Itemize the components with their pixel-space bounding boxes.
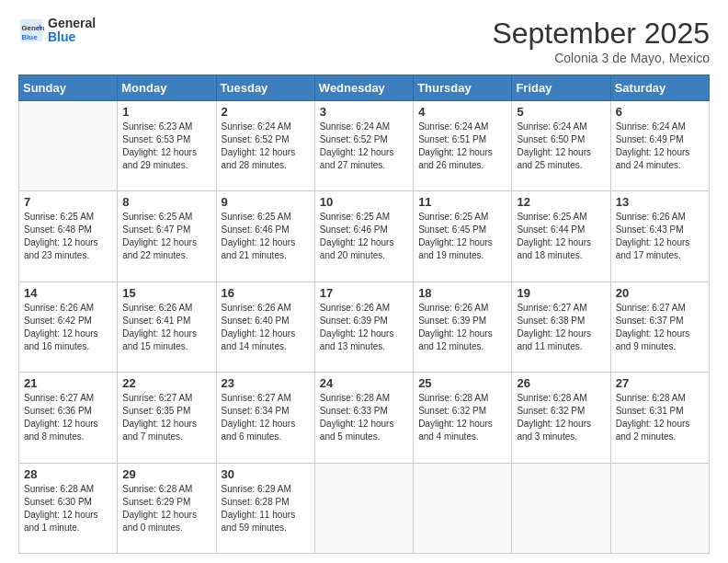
week-row-4: 21Sunrise: 6:27 AM Sunset: 6:36 PM Dayli…: [19, 373, 710, 463]
calendar-cell: 8Sunrise: 6:25 AM Sunset: 6:47 PM Daylig…: [118, 191, 216, 282]
day-number: 15: [122, 286, 210, 300]
day-number: 12: [517, 195, 605, 209]
day-info: Sunrise: 6:26 AM Sunset: 6:40 PM Dayligh…: [222, 302, 310, 353]
calendar-cell: 4Sunrise: 6:24 AM Sunset: 6:51 PM Daylig…: [414, 101, 512, 191]
calendar-cell: 9Sunrise: 6:25 AM Sunset: 6:46 PM Daylig…: [216, 191, 314, 282]
calendar-cell: [414, 463, 512, 553]
day-number: 28: [24, 467, 112, 481]
day-number: 13: [616, 195, 704, 209]
day-number: 20: [616, 286, 704, 300]
day-info: Sunrise: 6:25 AM Sunset: 6:45 PM Dayligh…: [418, 211, 506, 262]
week-row-3: 14Sunrise: 6:26 AM Sunset: 6:42 PM Dayli…: [19, 282, 710, 372]
page: General Blue General Blue September 2025…: [0, 0, 728, 563]
day-info: Sunrise: 6:26 AM Sunset: 6:42 PM Dayligh…: [24, 302, 112, 353]
day-info: Sunrise: 6:25 AM Sunset: 6:47 PM Dayligh…: [122, 211, 210, 262]
day-info: Sunrise: 6:28 AM Sunset: 6:30 PM Dayligh…: [24, 483, 112, 534]
day-number: 8: [122, 195, 210, 209]
calendar-cell: 29Sunrise: 6:28 AM Sunset: 6:29 PM Dayli…: [118, 463, 216, 553]
day-number: 30: [222, 467, 310, 481]
day-number: 17: [320, 286, 408, 300]
day-number: 6: [616, 105, 704, 119]
calendar-cell: 26Sunrise: 6:28 AM Sunset: 6:32 PM Dayli…: [512, 373, 610, 463]
day-number: 16: [222, 286, 310, 300]
location: Colonia 3 de Mayo, Mexico: [492, 51, 710, 65]
calendar-cell: 30Sunrise: 6:29 AM Sunset: 6:28 PM Dayli…: [216, 463, 314, 553]
day-info: Sunrise: 6:25 AM Sunset: 6:44 PM Dayligh…: [517, 211, 605, 262]
day-info: Sunrise: 6:26 AM Sunset: 6:41 PM Dayligh…: [122, 302, 210, 353]
day-info: Sunrise: 6:24 AM Sunset: 6:52 PM Dayligh…: [320, 121, 408, 172]
day-number: 9: [222, 195, 310, 209]
day-number: 29: [122, 467, 210, 481]
calendar-cell: 19Sunrise: 6:27 AM Sunset: 6:38 PM Dayli…: [512, 282, 610, 372]
day-info: Sunrise: 6:27 AM Sunset: 6:34 PM Dayligh…: [222, 392, 310, 443]
day-info: Sunrise: 6:24 AM Sunset: 6:51 PM Dayligh…: [418, 121, 506, 172]
day-info: Sunrise: 6:27 AM Sunset: 6:37 PM Dayligh…: [616, 302, 704, 353]
logo-general: General: [48, 17, 96, 30]
calendar-cell: 1Sunrise: 6:23 AM Sunset: 6:53 PM Daylig…: [118, 101, 216, 191]
calendar-cell: [19, 101, 118, 191]
calendar-cell: [512, 463, 610, 553]
calendar-cell: 15Sunrise: 6:26 AM Sunset: 6:41 PM Dayli…: [118, 282, 216, 372]
day-info: Sunrise: 6:26 AM Sunset: 6:43 PM Dayligh…: [616, 211, 704, 262]
calendar-cell: 17Sunrise: 6:26 AM Sunset: 6:39 PM Dayli…: [314, 282, 413, 372]
day-number: 11: [418, 195, 506, 209]
day-info: Sunrise: 6:27 AM Sunset: 6:38 PM Dayligh…: [517, 302, 605, 353]
day-number: 4: [418, 105, 506, 119]
day-info: Sunrise: 6:29 AM Sunset: 6:28 PM Dayligh…: [222, 483, 310, 534]
calendar-cell: 13Sunrise: 6:26 AM Sunset: 6:43 PM Dayli…: [610, 191, 709, 282]
logo-icon: General Blue: [18, 17, 44, 43]
header-sunday: Sunday: [19, 75, 118, 101]
day-number: 1: [122, 105, 210, 119]
day-number: 2: [222, 105, 310, 119]
calendar-cell: 22Sunrise: 6:27 AM Sunset: 6:35 PM Dayli…: [118, 373, 216, 463]
day-info: Sunrise: 6:25 AM Sunset: 6:46 PM Dayligh…: [222, 211, 310, 262]
calendar-cell: [610, 463, 709, 553]
calendar-cell: 14Sunrise: 6:26 AM Sunset: 6:42 PM Dayli…: [19, 282, 118, 372]
calendar-cell: 5Sunrise: 6:24 AM Sunset: 6:50 PM Daylig…: [512, 101, 610, 191]
day-info: Sunrise: 6:28 AM Sunset: 6:32 PM Dayligh…: [418, 392, 506, 443]
title-block: September 2025 Colonia 3 de Mayo, Mexico: [492, 17, 710, 65]
week-row-5: 28Sunrise: 6:28 AM Sunset: 6:30 PM Dayli…: [19, 463, 710, 553]
day-info: Sunrise: 6:27 AM Sunset: 6:35 PM Dayligh…: [122, 392, 210, 443]
header-wednesday: Wednesday: [314, 75, 413, 101]
day-info: Sunrise: 6:24 AM Sunset: 6:50 PM Dayligh…: [517, 121, 605, 172]
day-number: 19: [517, 286, 605, 300]
calendar-cell: 7Sunrise: 6:25 AM Sunset: 6:48 PM Daylig…: [19, 191, 118, 282]
header: General Blue General Blue September 2025…: [18, 17, 710, 65]
day-info: Sunrise: 6:28 AM Sunset: 6:29 PM Dayligh…: [122, 483, 210, 534]
day-number: 10: [320, 195, 408, 209]
day-info: Sunrise: 6:25 AM Sunset: 6:46 PM Dayligh…: [320, 211, 408, 262]
calendar-cell: 28Sunrise: 6:28 AM Sunset: 6:30 PM Dayli…: [19, 463, 118, 553]
week-row-1: 1Sunrise: 6:23 AM Sunset: 6:53 PM Daylig…: [19, 101, 710, 191]
month-title: September 2025: [492, 17, 710, 51]
logo: General Blue General Blue: [18, 17, 96, 45]
day-number: 26: [517, 376, 605, 390]
calendar-cell: 25Sunrise: 6:28 AM Sunset: 6:32 PM Dayli…: [414, 373, 512, 463]
day-info: Sunrise: 6:24 AM Sunset: 6:52 PM Dayligh…: [222, 121, 310, 172]
svg-text:Blue: Blue: [22, 33, 39, 41]
calendar-cell: 21Sunrise: 6:27 AM Sunset: 6:36 PM Dayli…: [19, 373, 118, 463]
day-number: 3: [320, 105, 408, 119]
day-number: 22: [122, 376, 210, 390]
day-number: 18: [418, 286, 506, 300]
day-info: Sunrise: 6:26 AM Sunset: 6:39 PM Dayligh…: [418, 302, 506, 353]
calendar-header-row: SundayMondayTuesdayWednesdayThursdayFrid…: [19, 75, 710, 101]
day-number: 27: [616, 376, 704, 390]
calendar-table: SundayMondayTuesdayWednesdayThursdayFrid…: [18, 75, 710, 554]
day-number: 23: [222, 376, 310, 390]
day-info: Sunrise: 6:23 AM Sunset: 6:53 PM Dayligh…: [122, 121, 210, 172]
header-friday: Friday: [512, 75, 610, 101]
day-number: 24: [320, 376, 408, 390]
calendar-cell: 18Sunrise: 6:26 AM Sunset: 6:39 PM Dayli…: [414, 282, 512, 372]
calendar-cell: 10Sunrise: 6:25 AM Sunset: 6:46 PM Dayli…: [314, 191, 413, 282]
calendar-cell: 6Sunrise: 6:24 AM Sunset: 6:49 PM Daylig…: [610, 101, 709, 191]
calendar-cell: 11Sunrise: 6:25 AM Sunset: 6:45 PM Dayli…: [414, 191, 512, 282]
day-info: Sunrise: 6:28 AM Sunset: 6:33 PM Dayligh…: [320, 392, 408, 443]
logo-blue: Blue: [48, 30, 96, 44]
calendar-cell: 24Sunrise: 6:28 AM Sunset: 6:33 PM Dayli…: [314, 373, 413, 463]
day-info: Sunrise: 6:27 AM Sunset: 6:36 PM Dayligh…: [24, 392, 112, 443]
day-info: Sunrise: 6:28 AM Sunset: 6:31 PM Dayligh…: [616, 392, 704, 443]
header-thursday: Thursday: [414, 75, 512, 101]
calendar-cell: 12Sunrise: 6:25 AM Sunset: 6:44 PM Dayli…: [512, 191, 610, 282]
calendar-cell: 2Sunrise: 6:24 AM Sunset: 6:52 PM Daylig…: [216, 101, 314, 191]
